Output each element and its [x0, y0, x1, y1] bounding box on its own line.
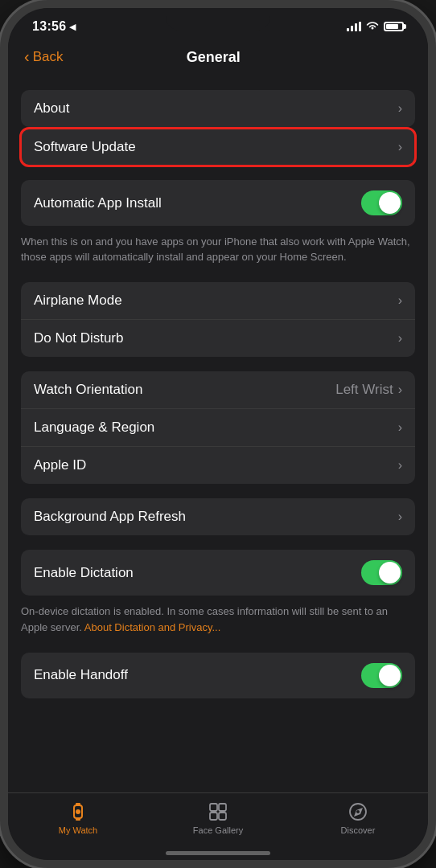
tab-discover-label: Discover: [341, 825, 376, 835]
watch-orientation-label: Watch Orientation: [34, 382, 142, 398]
discover-icon: [348, 801, 368, 822]
dnd-row[interactable]: Do Not Disturb ›: [21, 320, 415, 357]
dictation-description: On-device dictation is enabled. In some …: [21, 599, 415, 637]
svg-point-10: [356, 810, 360, 813]
tab-my-watch-label: My Watch: [59, 825, 98, 835]
tab-bar: My Watch Face Gallery Discove: [8, 792, 428, 851]
bg-refresh-chevron-icon: ›: [398, 510, 402, 524]
section-auto-install: Automatic App Install: [21, 180, 415, 226]
section-gap-7: [8, 638, 428, 653]
software-update-chevron-icon: ›: [398, 140, 402, 154]
dnd-label: Do Not Disturb: [34, 330, 123, 346]
apple-id-chevron-icon: ›: [398, 458, 402, 473]
tab-face-gallery-label: Face Gallery: [193, 825, 243, 835]
section-handoff: Enable Handoff: [21, 653, 415, 698]
tab-discover[interactable]: Discover: [288, 801, 428, 835]
my-watch-icon: [68, 801, 88, 822]
wifi-icon: [366, 21, 379, 33]
back-button[interactable]: ‹ Back: [24, 48, 63, 66]
nav-header: ‹ Back General: [8, 40, 428, 76]
phone-frame: 13:56 ◀: [0, 0, 436, 868]
dnd-chevron-icon: ›: [398, 331, 402, 346]
home-indicator: [166, 851, 270, 855]
about-label: About: [34, 100, 69, 117]
enable-handoff-row[interactable]: Enable Handoff: [21, 653, 415, 698]
back-chevron-icon: ‹: [24, 47, 30, 66]
airplane-mode-row[interactable]: Airplane Mode ›: [21, 282, 415, 320]
section-gap-1: [8, 76, 428, 90]
section-dictation: Enable Dictation: [21, 550, 415, 596]
svg-rect-5: [219, 804, 226, 811]
battery-icon: [384, 22, 404, 31]
tab-face-gallery[interactable]: Face Gallery: [148, 801, 288, 835]
section-gap-5: [8, 484, 428, 498]
auto-install-label: Automatic App Install: [34, 195, 162, 211]
airplane-mode-label: Airplane Mode: [34, 293, 122, 309]
software-update-label: Software Update: [34, 139, 136, 155]
enable-dictation-label: Enable Dictation: [34, 565, 134, 581]
language-region-label: Language & Region: [34, 420, 154, 436]
status-icons: [347, 21, 404, 33]
svg-rect-7: [219, 813, 226, 820]
location-icon: ◀: [69, 22, 76, 32]
airplane-mode-right: ›: [398, 293, 402, 308]
about-right: ›: [398, 101, 402, 116]
section-about: About ›: [21, 90, 415, 127]
enable-dictation-toggle[interactable]: [361, 560, 402, 585]
notch: [166, 8, 270, 31]
software-update-inner: Software Update ›: [21, 129, 415, 166]
section-modes: Airplane Mode › Do Not Disturb ›: [21, 282, 415, 357]
enable-handoff-toggle[interactable]: [361, 663, 402, 688]
section-preferences: Watch Orientation Left Wrist › Language …: [21, 371, 415, 484]
apple-id-row[interactable]: Apple ID ›: [21, 447, 415, 484]
language-region-row[interactable]: Language & Region ›: [21, 409, 415, 447]
face-gallery-icon: [208, 801, 228, 822]
svg-rect-1: [76, 803, 80, 806]
apple-id-label: Apple ID: [34, 457, 86, 473]
bg-refresh-row[interactable]: Background App Refresh ›: [21, 498, 415, 535]
apple-id-right: ›: [398, 458, 402, 473]
dnd-right: ›: [398, 331, 402, 346]
screen: 13:56 ◀: [8, 8, 428, 860]
section-gap-2: [8, 166, 428, 180]
about-chevron-icon: ›: [398, 101, 402, 116]
back-label: Back: [33, 49, 64, 65]
status-time: 13:56: [32, 19, 66, 34]
auto-install-toggle[interactable]: [361, 190, 402, 215]
software-update-wrapper: Software Update ›: [21, 129, 415, 166]
svg-point-3: [76, 809, 80, 814]
bottom-padding: [8, 698, 428, 714]
svg-rect-4: [210, 804, 217, 811]
watch-orientation-row[interactable]: Watch Orientation Left Wrist ›: [21, 371, 415, 409]
tab-my-watch[interactable]: My Watch: [8, 801, 148, 835]
section-gap-3: [8, 268, 428, 282]
svg-rect-2: [76, 817, 80, 821]
settings-content[interactable]: About › Software Update ›: [8, 76, 428, 792]
auto-install-description: When this is on and you have apps on you…: [21, 229, 415, 268]
software-update-right: ›: [398, 140, 402, 154]
bg-refresh-right: ›: [398, 510, 402, 524]
watch-orientation-chevron-icon: ›: [398, 383, 402, 397]
svg-rect-6: [210, 813, 217, 820]
enable-handoff-label: Enable Handoff: [34, 667, 128, 683]
software-update-row[interactable]: Software Update ›: [21, 129, 415, 166]
language-chevron-icon: ›: [398, 420, 402, 435]
watch-orientation-right: Left Wrist ›: [335, 382, 402, 398]
language-region-right: ›: [398, 420, 402, 435]
dictation-privacy-link[interactable]: About Dictation and Privacy...: [84, 621, 221, 633]
page-title: General: [187, 49, 241, 66]
about-row[interactable]: About ›: [21, 90, 415, 127]
section-gap-6: [8, 535, 428, 550]
signal-bars: [347, 22, 361, 31]
enable-dictation-row[interactable]: Enable Dictation: [21, 550, 415, 596]
auto-install-desc-text: When this is on and you have apps on you…: [21, 235, 410, 263]
watch-orientation-value: Left Wrist: [335, 382, 393, 398]
section-gap-4: [8, 357, 428, 371]
bg-refresh-label: Background App Refresh: [34, 509, 186, 525]
section-bg-refresh: Background App Refresh ›: [21, 498, 415, 535]
airplane-chevron-icon: ›: [398, 293, 402, 308]
auto-install-row[interactable]: Automatic App Install: [21, 180, 415, 226]
dictation-desc-text: On-device dictation is enabled. In some …: [21, 605, 388, 633]
